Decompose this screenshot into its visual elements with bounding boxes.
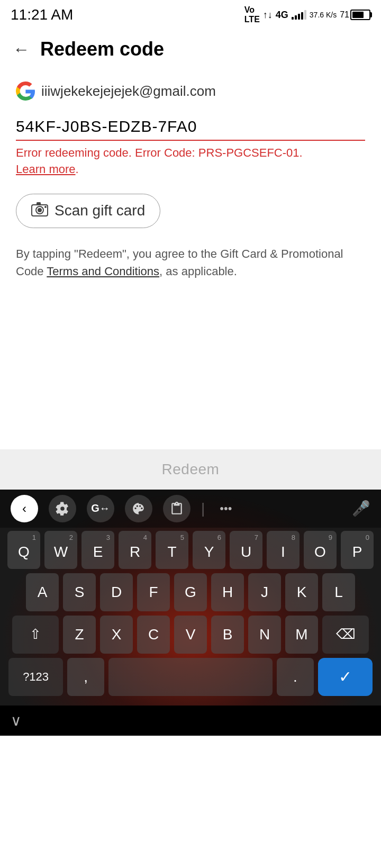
kb-more-icon[interactable]: ••• [215,498,236,520]
vo-lte-icon: VoLTE [244,5,260,24]
page-title: Redeem code [40,38,164,60]
key-j[interactable]: J [248,573,281,611]
key-i[interactable]: 8I [267,531,300,569]
kb-toolbar-left: ‹ G↔ [11,495,236,522]
key-t[interactable]: 5T [156,531,188,569]
key-b[interactable]: B [211,616,244,654]
network-type-icon: 4G [276,10,288,21]
spacer [0,291,381,449]
back-button[interactable]: ← [13,40,30,59]
signal-arrows-icon: ↑↓ [263,10,273,21]
key-w[interactable]: 2W [44,531,77,569]
key-g[interactable]: G [174,573,207,611]
status-bar: 11:21 AM VoLTE ↑↓ 4G 37.6 K/s 71 [0,0,381,28]
account-email: iiiwjekekejejejek@gmail.com [41,83,216,100]
learn-more-link[interactable]: Learn more [16,162,76,176]
error-period: . [76,162,79,176]
kb-palette-icon[interactable] [125,495,152,522]
terms-text: By tapping "Redeem", you agree to the Gi… [16,245,365,280]
key-y[interactable]: 6Y [193,531,225,569]
terms-suffix: , as applicable. [159,265,237,278]
scan-gift-card-button[interactable]: Scan gift card [16,194,160,228]
error-message: Error redeeming code. Error Code: PRS-PG… [16,145,365,178]
space-key[interactable] [108,658,273,696]
camera-icon [31,202,48,220]
backspace-key[interactable]: ⌫ [322,616,369,654]
account-row: iiiwjekekejejejek@gmail.com [16,82,365,101]
keyboard-rows: 1Q 2W 3E 4R 5T 6Y 7U 8I 9O 0P A S D F G … [0,528,381,706]
key-a[interactable]: A [26,573,59,611]
kb-back-icon[interactable]: ‹ [11,495,38,522]
svg-rect-3 [37,202,41,205]
comma-key[interactable]: , [67,658,104,696]
error-text: Error redeeming code. Error Code: PRS-PG… [16,146,303,159]
kb-toolbar-right: 🎤 [352,500,370,517]
period-key[interactable]: . [277,658,314,696]
key-f[interactable]: F [137,573,170,611]
key-h[interactable]: H [211,573,244,611]
key-e[interactable]: 3E [81,531,114,569]
kb-row-4: ?123 , . ✓ [5,658,376,696]
key-n[interactable]: N [248,616,281,654]
num-switch-key[interactable]: ?123 [8,658,63,696]
svg-point-4 [44,206,47,208]
code-input-wrapper [16,113,365,141]
kb-translate-icon[interactable]: G↔ [87,495,114,522]
signal-bars-icon [292,10,306,20]
shift-key[interactable]: ⇧ [12,616,59,654]
kb-footer: ∨ [0,706,381,736]
status-time: 11:21 AM [11,6,73,23]
key-v[interactable]: V [174,616,207,654]
code-input[interactable] [16,113,365,141]
content-area: iiiwjekekejejejek@gmail.com Error redeem… [0,71,381,291]
battery-icon: 71 [340,10,370,20]
speed-indicator: 37.6 K/s [310,11,337,19]
key-d[interactable]: D [100,573,133,611]
done-key[interactable]: ✓ [318,658,373,696]
kb-row-2: A S D F G H J K L [5,573,376,611]
key-q[interactable]: 1Q [7,531,40,569]
redeem-section: Redeem [0,449,381,490]
key-r[interactable]: 4R [119,531,151,569]
key-o[interactable]: 9O [304,531,337,569]
kb-clipboard-icon[interactable] [163,495,190,522]
key-u[interactable]: 7U [230,531,262,569]
google-logo-icon [16,82,35,101]
key-z[interactable]: Z [63,616,96,654]
header: ← Redeem code [0,28,381,71]
key-p[interactable]: 0P [341,531,374,569]
key-x[interactable]: X [100,616,133,654]
key-l[interactable]: L [322,573,355,611]
keyboard-toolbar: ‹ G↔ [0,490,381,528]
app-container: 11:21 AM VoLTE ↑↓ 4G 37.6 K/s 71 [0,0,381,868]
status-icons: VoLTE ↑↓ 4G 37.6 K/s 71 [244,5,370,24]
scan-button-label: Scan gift card [55,202,145,219]
kb-row-3: ⇧ Z X C V B N M ⌫ [5,616,376,654]
key-k[interactable]: K [285,573,318,611]
kb-row-1: 1Q 2W 3E 4R 5T 6Y 7U 8I 9O 0P [5,531,376,569]
kb-settings-icon[interactable] [49,495,76,522]
kb-mic-icon[interactable]: 🎤 [352,500,370,517]
key-s[interactable]: S [63,573,96,611]
kb-collapse-icon[interactable]: ∨ [11,712,22,729]
terms-link[interactable]: Terms and Conditions [47,265,159,278]
key-c[interactable]: C [137,616,170,654]
key-m[interactable]: M [285,616,318,654]
redeem-button[interactable]: Redeem [162,461,220,478]
svg-point-2 [38,208,42,212]
keyboard: ‹ G↔ [0,490,381,736]
